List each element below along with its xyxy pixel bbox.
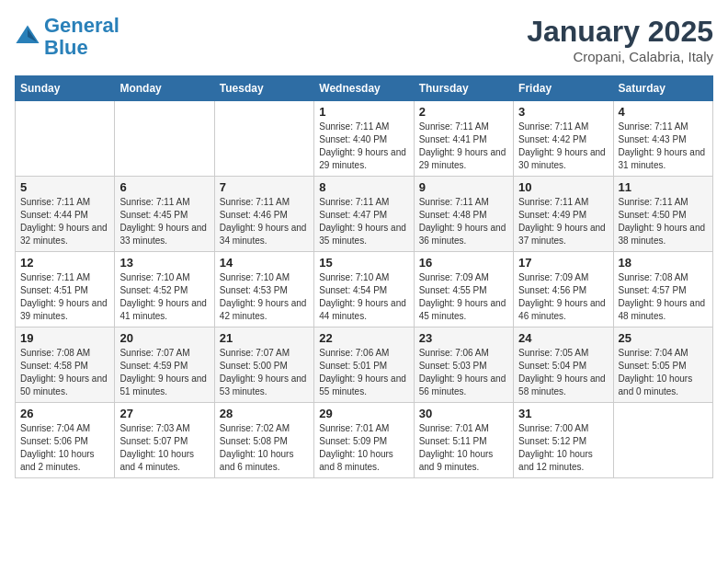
calendar-cell: 1Sunrise: 7:11 AM Sunset: 4:40 PM Daylig… [314, 101, 414, 177]
day-number: 23 [419, 331, 508, 345]
calendar-cell: 7Sunrise: 7:11 AM Sunset: 4:46 PM Daylig… [214, 177, 313, 252]
day-info: Sunrise: 7:10 AM Sunset: 4:52 PM Dayligh… [119, 271, 209, 323]
day-info: Sunrise: 7:11 AM Sunset: 4:51 PM Dayligh… [20, 271, 109, 323]
day-info: Sunrise: 7:11 AM Sunset: 4:43 PM Dayligh… [619, 121, 708, 172]
week-row-0: 1Sunrise: 7:11 AM Sunset: 4:40 PM Daylig… [16, 101, 713, 177]
calendar-cell: 8Sunrise: 7:11 AM Sunset: 4:47 PM Daylig… [314, 177, 414, 252]
calendar-cell [613, 403, 712, 478]
calendar-cell: 24Sunrise: 7:05 AM Sunset: 5:04 PM Dayli… [514, 327, 613, 403]
day-info: Sunrise: 7:11 AM Sunset: 4:40 PM Dayligh… [319, 121, 408, 172]
calendar-cell: 17Sunrise: 7:09 AM Sunset: 4:56 PM Dayli… [514, 252, 613, 327]
day-number: 2 [419, 105, 508, 119]
day-number: 21 [220, 331, 309, 345]
calendar-cell: 26Sunrise: 7:04 AM Sunset: 5:06 PM Dayli… [16, 403, 115, 478]
day-number: 12 [20, 256, 109, 270]
day-info: Sunrise: 7:11 AM Sunset: 4:42 PM Dayligh… [518, 121, 608, 172]
day-number: 6 [119, 180, 209, 194]
calendar-cell: 2Sunrise: 7:11 AM Sunset: 4:41 PM Daylig… [414, 101, 513, 177]
calendar-cell: 5Sunrise: 7:11 AM Sunset: 4:44 PM Daylig… [16, 177, 115, 252]
day-info: Sunrise: 7:02 AM Sunset: 5:08 PM Dayligh… [220, 422, 309, 474]
logo-text: General Blue [44, 15, 119, 59]
calendar-cell: 12Sunrise: 7:11 AM Sunset: 4:51 PM Dayli… [16, 252, 115, 327]
calendar-cell: 18Sunrise: 7:08 AM Sunset: 4:57 PM Dayli… [613, 252, 712, 327]
calendar-cell: 29Sunrise: 7:01 AM Sunset: 5:09 PM Dayli… [314, 403, 414, 478]
day-info: Sunrise: 7:09 AM Sunset: 4:55 PM Dayligh… [419, 271, 508, 323]
day-number: 18 [619, 256, 708, 270]
day-number: 17 [518, 256, 608, 270]
day-info: Sunrise: 7:01 AM Sunset: 5:11 PM Dayligh… [419, 422, 508, 474]
calendar-cell: 23Sunrise: 7:06 AM Sunset: 5:03 PM Dayli… [414, 327, 513, 403]
day-number: 19 [20, 331, 109, 345]
calendar-cell: 31Sunrise: 7:00 AM Sunset: 5:12 PM Dayli… [514, 403, 613, 478]
calendar-cell: 3Sunrise: 7:11 AM Sunset: 4:42 PM Daylig… [514, 101, 613, 177]
day-info: Sunrise: 7:07 AM Sunset: 5:00 PM Dayligh… [220, 347, 309, 398]
day-info: Sunrise: 7:09 AM Sunset: 4:56 PM Dayligh… [518, 271, 608, 323]
title-block: January 2025 Cropani, Calabria, Italy [527, 15, 713, 64]
day-info: Sunrise: 7:11 AM Sunset: 4:41 PM Dayligh… [419, 121, 508, 172]
week-row-3: 19Sunrise: 7:08 AM Sunset: 4:58 PM Dayli… [16, 327, 713, 403]
day-info: Sunrise: 7:11 AM Sunset: 4:50 PM Dayligh… [619, 196, 708, 247]
day-number: 30 [419, 407, 508, 420]
day-number: 9 [419, 180, 508, 194]
day-info: Sunrise: 7:06 AM Sunset: 5:01 PM Dayligh… [319, 347, 408, 398]
week-row-1: 5Sunrise: 7:11 AM Sunset: 4:44 PM Daylig… [16, 177, 713, 252]
calendar-cell: 9Sunrise: 7:11 AM Sunset: 4:48 PM Daylig… [414, 177, 513, 252]
day-number: 28 [220, 407, 309, 420]
logo-icon [15, 24, 40, 50]
day-number: 16 [419, 256, 508, 270]
logo-line1: General [44, 14, 119, 37]
logo: General Blue [15, 15, 119, 59]
day-number: 15 [319, 256, 408, 270]
day-info: Sunrise: 7:04 AM Sunset: 5:05 PM Dayligh… [619, 347, 708, 398]
calendar-cell: 14Sunrise: 7:10 AM Sunset: 4:53 PM Dayli… [214, 252, 313, 327]
day-number: 22 [319, 331, 408, 345]
day-number: 25 [619, 331, 708, 345]
header-friday: Friday [514, 76, 613, 101]
calendar-cell: 13Sunrise: 7:10 AM Sunset: 4:52 PM Dayli… [115, 252, 214, 327]
day-info: Sunrise: 7:00 AM Sunset: 5:12 PM Dayligh… [518, 422, 608, 474]
day-number: 26 [20, 407, 109, 420]
day-info: Sunrise: 7:11 AM Sunset: 4:49 PM Dayligh… [518, 196, 608, 247]
day-info: Sunrise: 7:11 AM Sunset: 4:44 PM Dayligh… [20, 196, 109, 247]
day-info: Sunrise: 7:08 AM Sunset: 4:58 PM Dayligh… [20, 347, 109, 398]
day-info: Sunrise: 7:07 AM Sunset: 4:59 PM Dayligh… [119, 347, 209, 398]
day-info: Sunrise: 7:10 AM Sunset: 4:54 PM Dayligh… [319, 271, 408, 323]
day-info: Sunrise: 7:11 AM Sunset: 4:48 PM Dayligh… [419, 196, 508, 247]
header-sunday: Sunday [16, 76, 115, 101]
calendar-cell [214, 101, 313, 177]
day-info: Sunrise: 7:08 AM Sunset: 4:57 PM Dayligh… [619, 271, 708, 323]
month-title: January 2025 [527, 15, 713, 49]
day-number: 4 [619, 105, 708, 119]
day-number: 5 [20, 180, 109, 194]
day-number: 31 [518, 407, 608, 420]
day-info: Sunrise: 7:06 AM Sunset: 5:03 PM Dayligh… [419, 347, 508, 398]
calendar-table: SundayMondayTuesdayWednesdayThursdayFrid… [15, 75, 713, 478]
day-info: Sunrise: 7:11 AM Sunset: 4:46 PM Dayligh… [220, 196, 309, 247]
day-number: 14 [220, 256, 309, 270]
calendar-cell [16, 101, 115, 177]
calendar-cell: 4Sunrise: 7:11 AM Sunset: 4:43 PM Daylig… [613, 101, 712, 177]
day-number: 7 [220, 180, 309, 194]
calendar-cell: 6Sunrise: 7:11 AM Sunset: 4:45 PM Daylig… [115, 177, 214, 252]
calendar-cell: 30Sunrise: 7:01 AM Sunset: 5:11 PM Dayli… [414, 403, 513, 478]
calendar-cell: 19Sunrise: 7:08 AM Sunset: 4:58 PM Dayli… [16, 327, 115, 403]
day-info: Sunrise: 7:11 AM Sunset: 4:45 PM Dayligh… [119, 196, 209, 247]
calendar-header-row: SundayMondayTuesdayWednesdayThursdayFrid… [16, 76, 713, 101]
calendar-cell: 11Sunrise: 7:11 AM Sunset: 4:50 PM Dayli… [613, 177, 712, 252]
day-number: 27 [119, 407, 209, 420]
logo-line2: Blue [44, 36, 88, 59]
calendar-cell [115, 101, 214, 177]
calendar-cell: 15Sunrise: 7:10 AM Sunset: 4:54 PM Dayli… [314, 252, 414, 327]
day-info: Sunrise: 7:05 AM Sunset: 5:04 PM Dayligh… [518, 347, 608, 398]
day-info: Sunrise: 7:10 AM Sunset: 4:53 PM Dayligh… [220, 271, 309, 323]
day-number: 20 [119, 331, 209, 345]
calendar-cell: 27Sunrise: 7:03 AM Sunset: 5:07 PM Dayli… [115, 403, 214, 478]
header-tuesday: Tuesday [214, 76, 313, 101]
calendar-cell: 16Sunrise: 7:09 AM Sunset: 4:55 PM Dayli… [414, 252, 513, 327]
calendar-cell: 20Sunrise: 7:07 AM Sunset: 4:59 PM Dayli… [115, 327, 214, 403]
day-info: Sunrise: 7:01 AM Sunset: 5:09 PM Dayligh… [319, 422, 408, 474]
calendar-cell: 25Sunrise: 7:04 AM Sunset: 5:05 PM Dayli… [613, 327, 712, 403]
calendar-cell: 10Sunrise: 7:11 AM Sunset: 4:49 PM Dayli… [514, 177, 613, 252]
day-number: 10 [518, 180, 608, 194]
week-row-2: 12Sunrise: 7:11 AM Sunset: 4:51 PM Dayli… [16, 252, 713, 327]
